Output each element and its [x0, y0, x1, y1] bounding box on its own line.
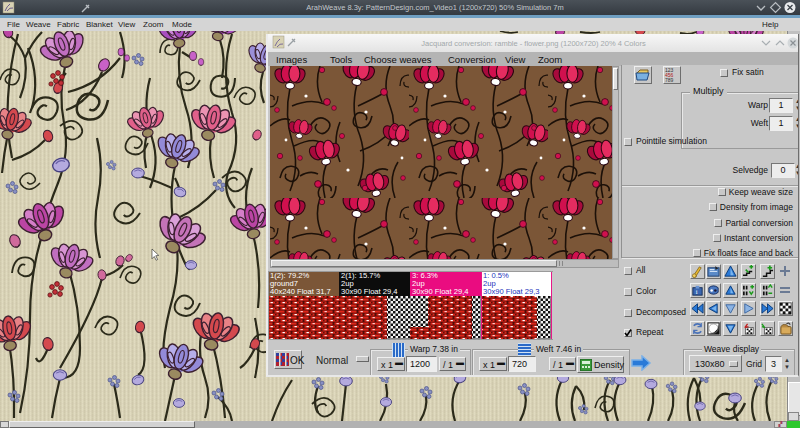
svg-text:30x90 Float 29,3: 30x90 Float 29,3 [483, 287, 540, 296]
svg-text:30x90 Float 29,4: 30x90 Float 29,4 [412, 287, 469, 296]
svg-text:i: i [696, 288, 698, 295]
svg-text:30x90 Float 29,4: 30x90 Float 29,4 [341, 287, 398, 296]
svg-text:789: 789 [665, 77, 674, 83]
svg-text:40x240 Float 31,7: 40x240 Float 31,7 [270, 287, 331, 296]
